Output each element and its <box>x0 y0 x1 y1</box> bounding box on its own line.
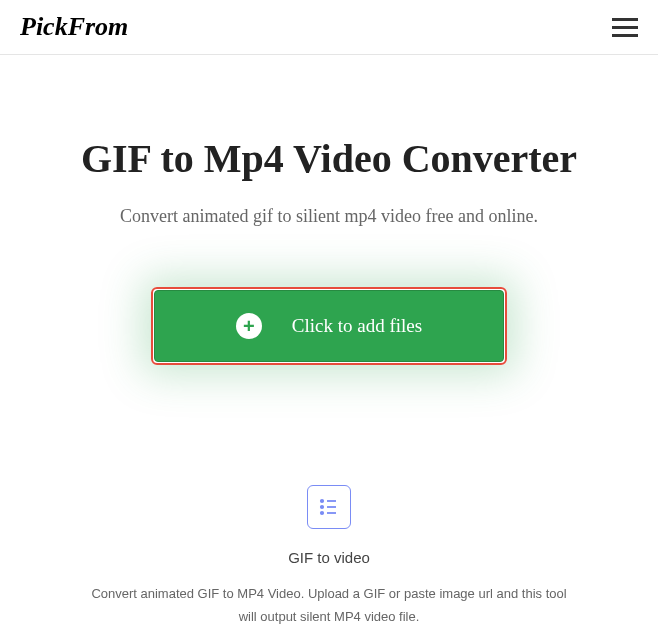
header: PickFrom <box>0 0 658 55</box>
svg-point-0 <box>321 500 323 502</box>
page-title: GIF to Mp4 Video Converter <box>40 135 618 182</box>
page-subtitle: Convert animated gif to silient mp4 vide… <box>40 206 618 227</box>
svg-point-2 <box>321 506 323 508</box>
main-content: GIF to Mp4 Video Converter Convert anima… <box>0 55 658 643</box>
plus-icon: + <box>236 313 262 339</box>
feature-title: GIF to video <box>40 549 618 566</box>
logo[interactable]: PickFrom <box>20 12 128 42</box>
svg-point-4 <box>321 512 323 514</box>
feature-description: Convert animated GIF to MP4 Video. Uploa… <box>89 582 569 629</box>
upload-button-highlight: + Click to add files <box>151 287 507 365</box>
feature-section: GIF to video Convert animated GIF to MP4… <box>40 485 618 629</box>
add-files-button[interactable]: + Click to add files <box>154 290 504 362</box>
hamburger-menu-icon[interactable] <box>612 18 638 37</box>
list-icon <box>307 485 351 529</box>
upload-button-label: Click to add files <box>292 315 422 337</box>
